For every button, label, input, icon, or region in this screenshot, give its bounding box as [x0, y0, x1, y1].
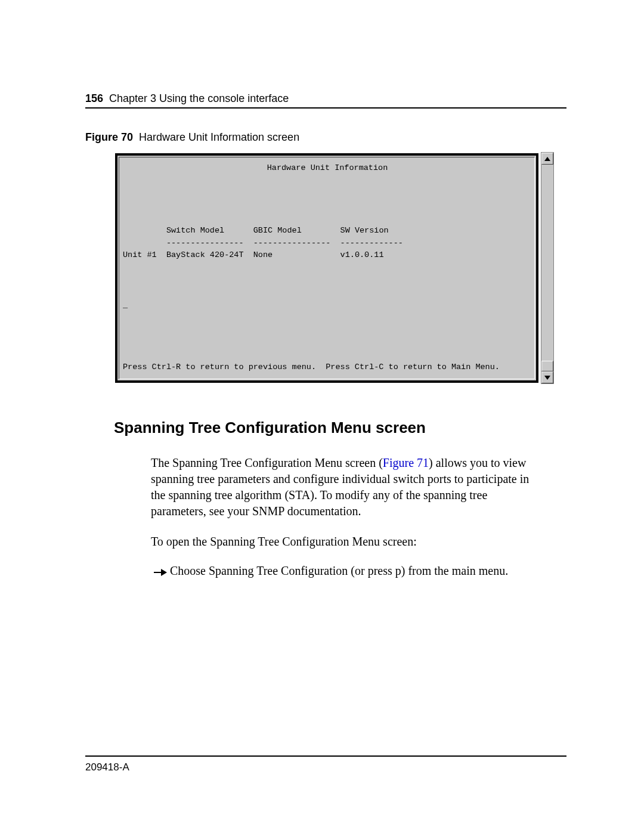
page: 156Chapter 3 Using the console interface… [0, 0, 644, 833]
console-frame: Hardware Unit Information Switch Model G… [115, 153, 538, 383]
row-switch-model: BayStack 420-24T [166, 250, 244, 259]
figure-number: Figure 70 [85, 131, 133, 143]
svg-marker-1 [161, 569, 167, 576]
running-header: 156Chapter 3 Using the console interface [85, 92, 566, 109]
page-footer: 209418-A [85, 755, 566, 773]
scrollbar[interactable] [541, 152, 554, 384]
col-switch-model: Switch Model [166, 226, 224, 235]
paragraph-1: The Spanning Tree Configuration Menu scr… [151, 455, 538, 519]
row-sw-version: v1.0.0.11 [340, 250, 384, 259]
divider-3: ------------- [340, 239, 403, 247]
console-title: Hardware Unit Information [123, 162, 532, 175]
figure-title: Hardware Unit Information screen [139, 131, 299, 143]
triangle-up-icon [544, 157, 550, 161]
row-unit-label: Unit #1 [123, 250, 157, 259]
para1-part-a: The Spanning Tree Configuration Menu scr… [151, 456, 383, 469]
figure-71-link[interactable]: Figure 71 [383, 456, 429, 469]
cursor: _ [123, 301, 128, 309]
page-number: 156 [85, 92, 103, 104]
console-screenshot: Hardware Unit Information Switch Model G… [115, 153, 538, 383]
scroll-thumb[interactable] [541, 361, 553, 371]
section-heading: Spanning Tree Configuration Menu screen [114, 419, 566, 437]
console-content: Hardware Unit Information Switch Model G… [119, 157, 535, 379]
scroll-down-button[interactable] [541, 371, 553, 383]
body-text: The Spanning Tree Configuration Menu scr… [151, 455, 538, 550]
figure-caption: Figure 70Hardware Unit Information scree… [85, 131, 566, 144]
paragraph-2: To open the Spanning Tree Configuration … [151, 534, 538, 550]
col-gbic-model: GBIC Model [253, 226, 302, 235]
divider-2: ---------------- [253, 239, 331, 247]
chapter-title: Chapter 3 Using the console interface [109, 92, 289, 104]
col-sw-version: SW Version [340, 226, 389, 235]
console-footer-hint: Press Ctrl-R to return to previous menu.… [123, 361, 531, 374]
scroll-up-button[interactable] [541, 153, 553, 165]
bullet-text: Choose Spanning Tree Configuration (or p… [170, 564, 538, 578]
row-gbic-model: None [253, 250, 273, 259]
doc-id: 209418-A [85, 761, 129, 773]
triangle-down-icon [544, 376, 550, 380]
divider-1: ---------------- [166, 239, 244, 247]
arrow-right-icon [151, 566, 170, 578]
bullet-item: Choose Spanning Tree Configuration (or p… [151, 564, 538, 578]
